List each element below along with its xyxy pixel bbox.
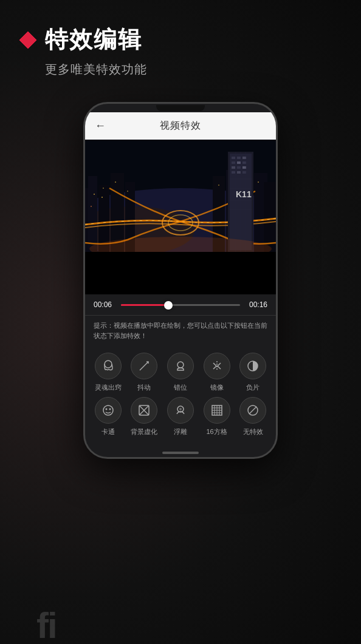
- svg-text:K11: K11: [236, 189, 252, 199]
- svg-point-53: [103, 405, 113, 415]
- svg-marker-0: [19, 32, 36, 49]
- effect-none[interactable]: 无特效: [237, 397, 269, 436]
- end-time: 00:16: [246, 300, 267, 309]
- phone-mockup: ← 视频特效: [0, 102, 361, 459]
- effect-blur-bg[interactable]: 背景虚化: [128, 397, 160, 436]
- mirror-icon: [204, 353, 230, 379]
- svg-point-50: [177, 362, 184, 368]
- effect-cartoon[interactable]: 卡通: [92, 397, 124, 436]
- svg-point-23: [258, 181, 259, 183]
- black-area: [85, 252, 276, 294]
- cartoon-icon: [95, 397, 122, 424]
- no-effect-label: 无特效: [243, 427, 263, 436]
- svg-rect-28: [232, 157, 235, 159]
- page-sub-title: 更多唯美特效功能: [45, 61, 343, 78]
- svg-point-60: [179, 408, 182, 410]
- phone-frame: ← 视频特效: [83, 102, 278, 459]
- svg-point-49: [105, 361, 112, 368]
- negative-icon: [239, 353, 266, 379]
- svg-rect-32: [237, 161, 241, 164]
- svg-point-55: [109, 408, 111, 410]
- svg-point-54: [105, 408, 107, 410]
- effect-shake[interactable]: 抖动: [128, 353, 160, 392]
- svg-rect-35: [237, 166, 241, 169]
- svg-point-9: [94, 194, 95, 195]
- offset-label: 错位: [174, 383, 187, 392]
- timeline-bar: 00:06 00:16: [85, 294, 276, 315]
- effect-offset[interactable]: 错位: [165, 353, 196, 392]
- start-time: 00:06: [94, 300, 115, 309]
- svg-rect-19: [264, 182, 276, 252]
- svg-point-20: [218, 185, 219, 186]
- effect-grid16[interactable]: 16方格: [201, 397, 233, 436]
- effect-negative[interactable]: 负片: [237, 353, 269, 392]
- effect-emboss[interactable]: 浮雕: [165, 397, 196, 436]
- svg-point-12: [127, 191, 128, 192]
- emboss-icon: [167, 397, 194, 424]
- svg-rect-31: [232, 161, 235, 164]
- progress-thumb[interactable]: [164, 301, 173, 310]
- effect-mirror[interactable]: 镜像: [201, 353, 233, 392]
- page-main-title: 特效编辑: [45, 24, 142, 55]
- phone-bottom: [85, 449, 276, 457]
- svg-point-14: [101, 197, 103, 198]
- shake-label: 抖动: [137, 383, 151, 392]
- emboss-label: 浮雕: [174, 427, 187, 436]
- progress-fill: [121, 304, 168, 306]
- back-button[interactable]: ←: [95, 120, 106, 132]
- home-indicator: [162, 452, 199, 454]
- app-header-title: 视频特效: [160, 120, 201, 132]
- diamond-icon: [18, 30, 38, 50]
- video-player[interactable]: K11: [85, 140, 276, 252]
- effects-row-1: 灵魂出窍 抖动 错位: [90, 353, 271, 392]
- bottom-fi-text: fi: [36, 608, 57, 644]
- svg-rect-5: [88, 176, 97, 249]
- ghost-icon: [95, 353, 122, 379]
- svg-rect-29: [237, 157, 241, 159]
- ghost-label: 灵魂出窍: [95, 383, 122, 392]
- phone-top-bar: [85, 104, 276, 112]
- effects-row-2: 卡通 背景虚化 浮雕: [90, 397, 271, 436]
- svg-point-10: [103, 188, 104, 189]
- svg-rect-37: [232, 171, 235, 174]
- svg-line-69: [249, 407, 256, 414]
- cartoon-label: 卡通: [101, 427, 115, 436]
- effects-section: 灵魂出窍 抖动 错位: [85, 345, 276, 449]
- shake-icon: [131, 353, 157, 379]
- top-section: 特效编辑 更多唯美特效功能: [0, 0, 361, 90]
- offset-icon: [167, 353, 194, 379]
- grid16-icon: [204, 397, 230, 424]
- svg-rect-34: [232, 166, 235, 169]
- blur-bg-icon: [131, 397, 157, 424]
- video-content: K11: [85, 140, 276, 252]
- effect-ghost[interactable]: 灵魂出窍: [92, 353, 124, 392]
- hint-text: 提示：视频在播放中即在绘制，您可以点击以下按钮在当前状态下添加特效！: [85, 315, 276, 345]
- phone-notch: [156, 105, 205, 111]
- app-header: ← 视频特效: [85, 112, 276, 140]
- svg-point-13: [91, 206, 92, 207]
- blur-bg-label: 背景虚化: [131, 427, 157, 436]
- svg-rect-38: [237, 171, 241, 174]
- title-row: 特效编辑: [18, 24, 343, 55]
- city-scene-svg: K11: [85, 140, 276, 252]
- svg-point-11: [115, 181, 116, 183]
- grid16-label: 16方格: [206, 427, 227, 436]
- no-effect-icon: [239, 397, 266, 424]
- progress-track[interactable]: [121, 304, 240, 306]
- mirror-label: 镜像: [210, 383, 224, 392]
- negative-label: 负片: [246, 383, 260, 392]
